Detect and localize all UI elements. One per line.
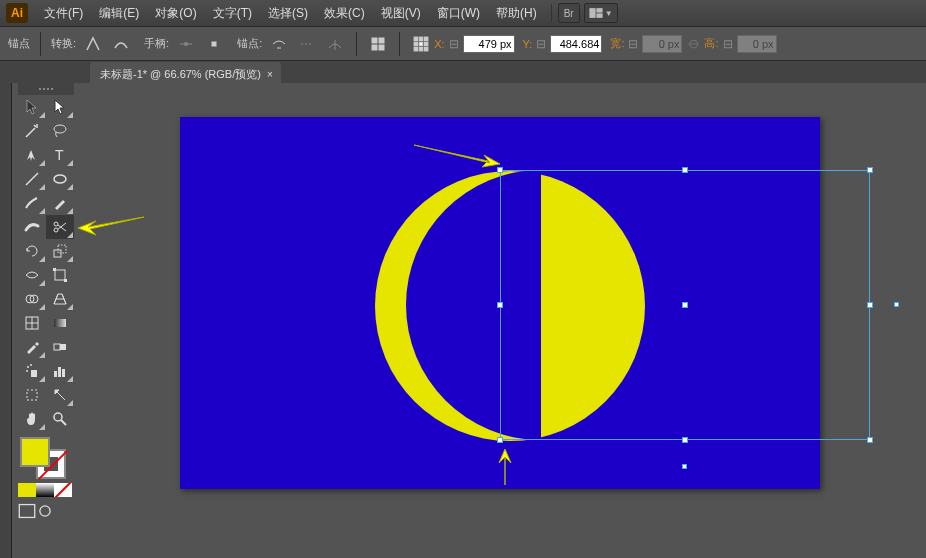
direct-select-tool[interactable] xyxy=(46,95,74,119)
svg-rect-15 xyxy=(414,42,417,45)
eyedropper-tool[interactable] xyxy=(18,335,46,359)
canvas-area[interactable] xyxy=(74,83,926,558)
pencil-tool[interactable] xyxy=(46,191,74,215)
menu-help[interactable]: 帮助(H) xyxy=(488,1,545,26)
color-mode-none[interactable] xyxy=(54,483,72,497)
hand-tool[interactable] xyxy=(18,407,46,431)
handle-bm[interactable] xyxy=(682,437,688,443)
artboard-tool[interactable] xyxy=(18,383,46,407)
draw-mode-icon[interactable] xyxy=(36,503,54,519)
svg-rect-52 xyxy=(19,505,34,518)
annotation-arrow-top xyxy=(412,139,502,169)
svg-rect-20 xyxy=(425,47,428,50)
svg-rect-8 xyxy=(372,38,377,43)
x-input[interactable] xyxy=(463,35,515,53)
handle-sub-b[interactable] xyxy=(682,464,687,469)
menu-file[interactable]: 文件(F) xyxy=(36,1,91,26)
panel-strip[interactable] xyxy=(0,83,12,558)
color-swatch[interactable] xyxy=(18,435,74,481)
svg-text:T: T xyxy=(55,147,64,163)
anchors-label: 锚点: xyxy=(237,36,262,51)
convert-smooth-icon[interactable] xyxy=(110,33,132,55)
annotation-arrow-tool xyxy=(76,213,146,237)
menu-effect[interactable]: 效果(C) xyxy=(316,1,373,26)
document-tab[interactable]: 未标题-1* @ 66.67% (RGB/预览) × xyxy=(90,62,281,83)
isolate-icon[interactable] xyxy=(367,33,389,55)
column-graph-tool[interactable] xyxy=(46,359,74,383)
svg-rect-18 xyxy=(414,47,417,50)
ref-point-icon[interactable] xyxy=(410,33,432,55)
svg-rect-49 xyxy=(27,390,37,400)
handle-bl[interactable] xyxy=(497,437,503,443)
ellipse-tool[interactable] xyxy=(46,167,74,191)
svg-rect-19 xyxy=(419,47,422,50)
scale-tool[interactable] xyxy=(46,239,74,263)
svg-rect-2 xyxy=(597,14,602,18)
menu-view[interactable]: 视图(V) xyxy=(373,1,429,26)
selection-tool[interactable] xyxy=(18,95,46,119)
handle-label: 手柄: xyxy=(144,36,169,51)
scissors-tool[interactable] xyxy=(46,215,74,239)
menu-edit[interactable]: 编辑(E) xyxy=(91,1,147,26)
toolbox-grip[interactable] xyxy=(18,83,74,95)
link-wh-icon[interactable]: ⦵ xyxy=(686,33,700,55)
color-mode-row xyxy=(18,483,74,497)
color-mode-gradient[interactable] xyxy=(36,483,54,497)
handle-br[interactable] xyxy=(867,437,873,443)
menu-select[interactable]: 选择(S) xyxy=(260,1,316,26)
lasso-tool[interactable] xyxy=(46,119,74,143)
mesh-tool[interactable] xyxy=(18,311,46,335)
handle-sub-r[interactable] xyxy=(894,302,899,307)
fill-swatch[interactable] xyxy=(20,437,50,467)
handle-tr[interactable] xyxy=(867,167,873,173)
bridge-icon[interactable]: Br xyxy=(558,3,580,23)
svg-rect-32 xyxy=(53,268,56,271)
handle-ml[interactable] xyxy=(497,302,503,308)
blend-tool[interactable] xyxy=(46,335,74,359)
rotate-tool[interactable] xyxy=(18,239,46,263)
width-tool[interactable] xyxy=(18,263,46,287)
handle-mr[interactable] xyxy=(867,302,873,308)
handle-tm[interactable] xyxy=(682,167,688,173)
svg-line-23 xyxy=(26,173,38,185)
perspective-tool[interactable] xyxy=(46,287,74,311)
type-tool[interactable]: T xyxy=(46,143,74,167)
zoom-tool[interactable] xyxy=(46,407,74,431)
magic-wand-tool[interactable] xyxy=(18,119,46,143)
tab-close-icon[interactable]: × xyxy=(267,69,273,80)
menu-window[interactable]: 窗口(W) xyxy=(429,1,488,26)
x-stepper[interactable]: ⊟ xyxy=(447,33,461,55)
svg-rect-48 xyxy=(62,369,65,377)
cut-path-icon[interactable] xyxy=(324,33,346,55)
handle-center[interactable] xyxy=(682,302,688,308)
handle-hide-icon[interactable] xyxy=(203,33,225,55)
y-stepper[interactable]: ⊟ xyxy=(534,33,548,55)
svg-rect-41 xyxy=(60,344,66,350)
remove-anchor-icon[interactable] xyxy=(268,33,290,55)
brush-tool[interactable] xyxy=(18,191,46,215)
tab-bar: 未标题-1* @ 66.67% (RGB/预览) × xyxy=(0,61,926,83)
artboard[interactable] xyxy=(180,117,820,489)
shape-builder-tool[interactable] xyxy=(18,287,46,311)
connect-anchor-icon[interactable] xyxy=(296,33,318,55)
svg-rect-14 xyxy=(425,37,428,40)
svg-rect-0 xyxy=(590,9,595,18)
pen-tool[interactable] xyxy=(18,143,46,167)
color-mode-solid[interactable] xyxy=(18,483,36,497)
menu-text[interactable]: 文字(T) xyxy=(205,1,260,26)
blob-brush-tool[interactable] xyxy=(18,215,46,239)
line-tool[interactable] xyxy=(18,167,46,191)
screen-mode-icon[interactable] xyxy=(18,503,36,519)
slice-tool[interactable] xyxy=(46,383,74,407)
convert-label: 转换: xyxy=(51,36,76,51)
y-label: Y: xyxy=(523,38,533,50)
y-input[interactable] xyxy=(550,35,602,53)
free-transform-tool[interactable] xyxy=(46,263,74,287)
convert-corner-icon[interactable] xyxy=(82,33,104,55)
menu-object[interactable]: 对象(O) xyxy=(147,1,204,26)
arrange-docs-icon[interactable]: ▼ xyxy=(584,3,618,23)
handle-show-icon[interactable] xyxy=(175,33,197,55)
symbol-spray-tool[interactable] xyxy=(18,359,46,383)
svg-rect-40 xyxy=(54,344,60,350)
gradient-tool[interactable] xyxy=(46,311,74,335)
